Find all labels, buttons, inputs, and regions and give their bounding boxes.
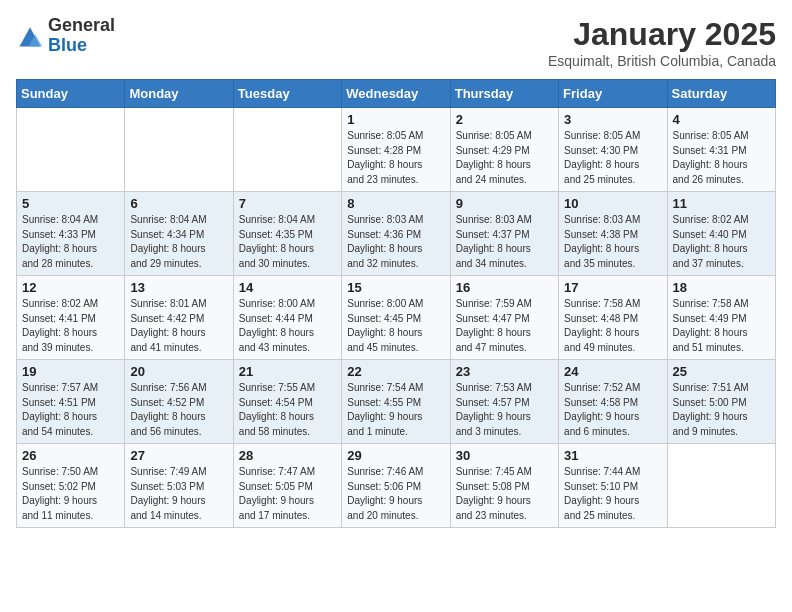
day-number: 30 (456, 448, 553, 463)
day-info: Sunrise: 8:05 AM Sunset: 4:30 PM Dayligh… (564, 129, 661, 187)
calendar-cell: 25Sunrise: 7:51 AM Sunset: 5:00 PM Dayli… (667, 360, 775, 444)
day-number: 10 (564, 196, 661, 211)
day-info: Sunrise: 8:03 AM Sunset: 4:38 PM Dayligh… (564, 213, 661, 271)
day-header-sunday: Sunday (17, 80, 125, 108)
day-number: 7 (239, 196, 336, 211)
calendar-cell: 16Sunrise: 7:59 AM Sunset: 4:47 PM Dayli… (450, 276, 558, 360)
day-info: Sunrise: 7:54 AM Sunset: 4:55 PM Dayligh… (347, 381, 444, 439)
day-number: 25 (673, 364, 770, 379)
calendar-cell: 14Sunrise: 8:00 AM Sunset: 4:44 PM Dayli… (233, 276, 341, 360)
calendar-cell: 22Sunrise: 7:54 AM Sunset: 4:55 PM Dayli… (342, 360, 450, 444)
day-number: 8 (347, 196, 444, 211)
day-number: 27 (130, 448, 227, 463)
day-number: 11 (673, 196, 770, 211)
day-info: Sunrise: 8:02 AM Sunset: 4:40 PM Dayligh… (673, 213, 770, 271)
logo: General Blue (16, 16, 115, 56)
calendar-week-row: 5Sunrise: 8:04 AM Sunset: 4:33 PM Daylig… (17, 192, 776, 276)
calendar-cell: 2Sunrise: 8:05 AM Sunset: 4:29 PM Daylig… (450, 108, 558, 192)
day-header-saturday: Saturday (667, 80, 775, 108)
day-header-monday: Monday (125, 80, 233, 108)
calendar-cell (125, 108, 233, 192)
day-info: Sunrise: 7:51 AM Sunset: 5:00 PM Dayligh… (673, 381, 770, 439)
day-number: 18 (673, 280, 770, 295)
calendar-header-row: SundayMondayTuesdayWednesdayThursdayFrid… (17, 80, 776, 108)
calendar-cell: 31Sunrise: 7:44 AM Sunset: 5:10 PM Dayli… (559, 444, 667, 528)
day-number: 22 (347, 364, 444, 379)
calendar-cell: 8Sunrise: 8:03 AM Sunset: 4:36 PM Daylig… (342, 192, 450, 276)
day-info: Sunrise: 7:47 AM Sunset: 5:05 PM Dayligh… (239, 465, 336, 523)
calendar-cell: 7Sunrise: 8:04 AM Sunset: 4:35 PM Daylig… (233, 192, 341, 276)
day-number: 12 (22, 280, 119, 295)
day-info: Sunrise: 8:05 AM Sunset: 4:31 PM Dayligh… (673, 129, 770, 187)
title-block: January 2025 Esquimalt, British Columbia… (548, 16, 776, 69)
calendar-week-row: 19Sunrise: 7:57 AM Sunset: 4:51 PM Dayli… (17, 360, 776, 444)
calendar-cell: 3Sunrise: 8:05 AM Sunset: 4:30 PM Daylig… (559, 108, 667, 192)
day-info: Sunrise: 7:57 AM Sunset: 4:51 PM Dayligh… (22, 381, 119, 439)
day-number: 23 (456, 364, 553, 379)
day-info: Sunrise: 7:50 AM Sunset: 5:02 PM Dayligh… (22, 465, 119, 523)
calendar-title: January 2025 (548, 16, 776, 53)
day-info: Sunrise: 7:44 AM Sunset: 5:10 PM Dayligh… (564, 465, 661, 523)
day-number: 1 (347, 112, 444, 127)
day-info: Sunrise: 8:04 AM Sunset: 4:33 PM Dayligh… (22, 213, 119, 271)
day-info: Sunrise: 7:58 AM Sunset: 4:49 PM Dayligh… (673, 297, 770, 355)
calendar-cell: 15Sunrise: 8:00 AM Sunset: 4:45 PM Dayli… (342, 276, 450, 360)
day-number: 31 (564, 448, 661, 463)
calendar-cell: 18Sunrise: 7:58 AM Sunset: 4:49 PM Dayli… (667, 276, 775, 360)
day-info: Sunrise: 7:46 AM Sunset: 5:06 PM Dayligh… (347, 465, 444, 523)
day-number: 28 (239, 448, 336, 463)
calendar-cell: 12Sunrise: 8:02 AM Sunset: 4:41 PM Dayli… (17, 276, 125, 360)
day-header-tuesday: Tuesday (233, 80, 341, 108)
calendar-cell: 9Sunrise: 8:03 AM Sunset: 4:37 PM Daylig… (450, 192, 558, 276)
day-number: 24 (564, 364, 661, 379)
day-info: Sunrise: 8:03 AM Sunset: 4:37 PM Dayligh… (456, 213, 553, 271)
calendar-cell: 4Sunrise: 8:05 AM Sunset: 4:31 PM Daylig… (667, 108, 775, 192)
calendar-cell: 24Sunrise: 7:52 AM Sunset: 4:58 PM Dayli… (559, 360, 667, 444)
calendar-cell: 30Sunrise: 7:45 AM Sunset: 5:08 PM Dayli… (450, 444, 558, 528)
day-info: Sunrise: 7:53 AM Sunset: 4:57 PM Dayligh… (456, 381, 553, 439)
day-number: 16 (456, 280, 553, 295)
logo-general-text: General (48, 15, 115, 35)
calendar-week-row: 26Sunrise: 7:50 AM Sunset: 5:02 PM Dayli… (17, 444, 776, 528)
day-header-wednesday: Wednesday (342, 80, 450, 108)
calendar-week-row: 12Sunrise: 8:02 AM Sunset: 4:41 PM Dayli… (17, 276, 776, 360)
calendar-cell: 20Sunrise: 7:56 AM Sunset: 4:52 PM Dayli… (125, 360, 233, 444)
day-number: 17 (564, 280, 661, 295)
calendar-cell (233, 108, 341, 192)
day-number: 20 (130, 364, 227, 379)
calendar-table: SundayMondayTuesdayWednesdayThursdayFrid… (16, 79, 776, 528)
day-number: 4 (673, 112, 770, 127)
day-number: 13 (130, 280, 227, 295)
day-number: 5 (22, 196, 119, 211)
day-info: Sunrise: 8:04 AM Sunset: 4:35 PM Dayligh… (239, 213, 336, 271)
calendar-cell: 23Sunrise: 7:53 AM Sunset: 4:57 PM Dayli… (450, 360, 558, 444)
calendar-cell (17, 108, 125, 192)
day-info: Sunrise: 8:05 AM Sunset: 4:29 PM Dayligh… (456, 129, 553, 187)
day-number: 14 (239, 280, 336, 295)
calendar-week-row: 1Sunrise: 8:05 AM Sunset: 4:28 PM Daylig… (17, 108, 776, 192)
day-number: 9 (456, 196, 553, 211)
day-number: 6 (130, 196, 227, 211)
day-info: Sunrise: 8:03 AM Sunset: 4:36 PM Dayligh… (347, 213, 444, 271)
day-info: Sunrise: 8:01 AM Sunset: 4:42 PM Dayligh… (130, 297, 227, 355)
day-info: Sunrise: 8:04 AM Sunset: 4:34 PM Dayligh… (130, 213, 227, 271)
calendar-cell: 29Sunrise: 7:46 AM Sunset: 5:06 PM Dayli… (342, 444, 450, 528)
day-number: 15 (347, 280, 444, 295)
calendar-cell: 28Sunrise: 7:47 AM Sunset: 5:05 PM Dayli… (233, 444, 341, 528)
day-header-thursday: Thursday (450, 80, 558, 108)
calendar-cell: 21Sunrise: 7:55 AM Sunset: 4:54 PM Dayli… (233, 360, 341, 444)
day-info: Sunrise: 8:00 AM Sunset: 4:45 PM Dayligh… (347, 297, 444, 355)
day-number: 3 (564, 112, 661, 127)
day-info: Sunrise: 7:55 AM Sunset: 4:54 PM Dayligh… (239, 381, 336, 439)
calendar-cell: 5Sunrise: 8:04 AM Sunset: 4:33 PM Daylig… (17, 192, 125, 276)
day-number: 2 (456, 112, 553, 127)
calendar-cell: 10Sunrise: 8:03 AM Sunset: 4:38 PM Dayli… (559, 192, 667, 276)
day-info: Sunrise: 7:56 AM Sunset: 4:52 PM Dayligh… (130, 381, 227, 439)
logo-icon (16, 22, 44, 50)
day-info: Sunrise: 8:05 AM Sunset: 4:28 PM Dayligh… (347, 129, 444, 187)
calendar-cell: 11Sunrise: 8:02 AM Sunset: 4:40 PM Dayli… (667, 192, 775, 276)
day-info: Sunrise: 8:02 AM Sunset: 4:41 PM Dayligh… (22, 297, 119, 355)
calendar-cell: 19Sunrise: 7:57 AM Sunset: 4:51 PM Dayli… (17, 360, 125, 444)
calendar-cell: 17Sunrise: 7:58 AM Sunset: 4:48 PM Dayli… (559, 276, 667, 360)
calendar-cell (667, 444, 775, 528)
